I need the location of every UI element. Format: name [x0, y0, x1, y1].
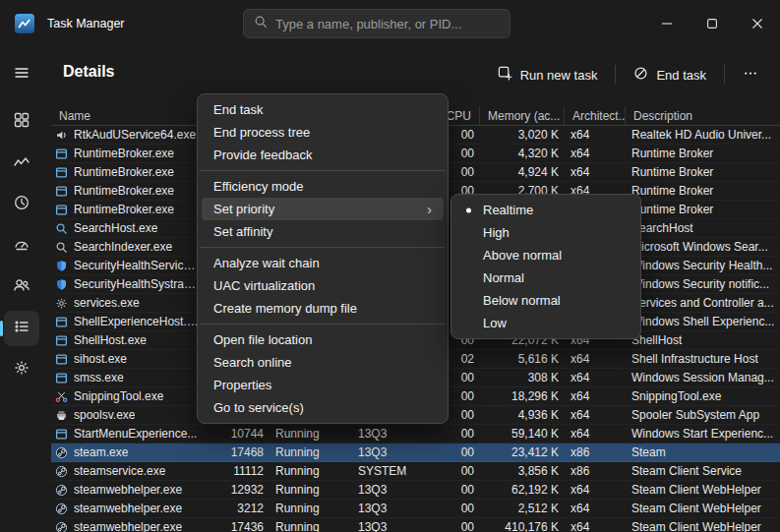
menu-item-provide-feedback[interactable]: Provide feedback	[202, 144, 444, 166]
process-status: Running	[270, 462, 352, 480]
window-controls	[644, 0, 780, 47]
process-description: Runtime Broker	[626, 182, 780, 200]
column-header-name[interactable]: Name	[51, 106, 205, 125]
process-name: SnippingTool.exe	[74, 389, 163, 403]
priority-option-normal[interactable]: Normal	[455, 266, 636, 289]
process-cpu: 02	[447, 350, 480, 368]
process-architecture: x86	[565, 443, 626, 461]
process-memory: 5,616 K	[480, 350, 565, 368]
process-description: Runtime Broker	[626, 163, 780, 181]
sidebar-item-startup-apps[interactable]	[4, 228, 39, 264]
search-input[interactable]	[275, 17, 500, 31]
audio-icon	[55, 129, 68, 142]
search-box[interactable]	[243, 9, 510, 38]
process-name: StartMenuExperience...	[74, 427, 197, 441]
menu-separator	[200, 324, 446, 325]
priority-option-high[interactable]: High	[455, 221, 636, 244]
end-task-button[interactable]: End task	[622, 60, 718, 89]
process-description: Services and Controller a...	[626, 294, 780, 312]
steam-icon	[55, 465, 68, 478]
process-name: RuntimeBroker.exe	[74, 147, 174, 160]
menu-item-search-online[interactable]: Search online	[202, 351, 444, 374]
process-description: Steam Client WebHelper	[626, 481, 780, 499]
menu-item-open-file-location[interactable]: Open file location	[202, 328, 444, 351]
process-name: steamwebhelper.exe	[74, 502, 182, 515]
menu-item-analyze-wait-chain[interactable]: Analyze wait chain	[202, 252, 444, 274]
column-header-cpu[interactable]: CPU	[447, 106, 480, 125]
process-memory: 2,512 K	[480, 500, 565, 517]
steam-icon	[55, 446, 68, 459]
menu-item-properties[interactable]: Properties	[202, 374, 444, 396]
column-header-memory-ac[interactable]: Memory (ac...	[480, 106, 565, 125]
menu-item-end-process-tree[interactable]: End process tree	[202, 121, 444, 144]
startup-apps-icon	[13, 235, 30, 257]
process-user: SYSTEM	[352, 462, 447, 480]
sidebar-item-details[interactable]	[4, 311, 39, 346]
process-name: RuntimeBroker.exe	[74, 203, 174, 216]
priority-option-realtime[interactable]: Realtime	[455, 199, 636, 221]
menu-item-set-affinity[interactable]: Set affinity	[202, 220, 444, 243]
menu-item-efficiency-mode[interactable]: Efficiency mode	[202, 175, 444, 198]
process-name: RuntimeBroker.exe	[74, 165, 174, 179]
menu-item-set-priority[interactable]: Set priority ›	[202, 198, 444, 220]
process-description: Steam Client WebHelper	[626, 500, 780, 517]
sidebar-item-users[interactable]	[4, 269, 39, 305]
priority-option-above-normal[interactable]: Above normal	[455, 244, 636, 266]
sidebar-item-services[interactable]	[4, 352, 39, 387]
process-cpu: 00	[447, 443, 480, 461]
toolbar-divider	[724, 65, 725, 85]
process-description: Steam Client WebHelper	[626, 518, 780, 532]
priority-submenu: Realtime High Above normal Normal Below …	[450, 194, 641, 339]
table-row[interactable]: steamwebhelper.exe 3212 Running 13Q3 00 …	[51, 500, 780, 518]
menu-item-go-to-service-s[interactable]: Go to service(s)	[202, 396, 444, 419]
column-header-description[interactable]: Description	[626, 106, 780, 125]
window-icon	[55, 316, 68, 328]
run-new-task-button[interactable]: Run new task	[486, 60, 610, 89]
process-name: SearchHost.exe	[74, 221, 157, 235]
process-description: Shell Infrastructure Host	[626, 350, 780, 368]
table-row[interactable]: steam.exe 17468 Running 13Q3 00 23,412 K…	[51, 443, 780, 462]
process-cpu: 00	[447, 425, 480, 443]
process-name: steamwebhelper.exe	[74, 520, 182, 532]
window-icon	[55, 166, 68, 179]
table-row[interactable]: steamservice.exe 11112 Running SYSTEM 00…	[51, 462, 780, 481]
process-description: Spooler SubSystem App	[626, 406, 780, 424]
more-options-button[interactable]	[731, 60, 770, 89]
process-description: Runtime Broker	[626, 201, 780, 218]
sidebar-item-app-history[interactable]	[4, 187, 39, 222]
priority-option-below-normal[interactable]: Below normal	[455, 289, 636, 312]
process-memory: 4,936 K	[480, 406, 565, 424]
process-pid: 17436	[205, 518, 270, 532]
process-architecture: x64	[565, 406, 626, 424]
process-memory: 23,412 K	[480, 443, 565, 461]
maximize-button[interactable]	[690, 0, 735, 47]
table-row[interactable]: StartMenuExperience... 10744 Running 13Q…	[51, 425, 780, 443]
process-name: RuntimeBroker.exe	[74, 184, 174, 198]
window-icon	[55, 372, 68, 384]
close-button[interactable]	[735, 0, 780, 47]
process-name: SecurityHealthSystray...	[74, 277, 199, 291]
process-name: steamservice.exe	[74, 464, 165, 478]
process-description: Microsoft Windows Sear...	[626, 238, 780, 256]
sidebar-item-processes[interactable]	[4, 104, 39, 140]
priority-option-low[interactable]: Low	[455, 312, 636, 334]
sidebar-item-performance[interactable]	[4, 146, 39, 181]
run-new-task-icon	[498, 66, 512, 84]
minimize-button[interactable]	[644, 0, 690, 47]
users-icon	[13, 276, 30, 298]
menu-item-end-task[interactable]: End task	[202, 98, 444, 121]
table-row[interactable]: steamwebhelper.exe 17436 Running 13Q3 00…	[51, 518, 780, 532]
process-pid: 17468	[205, 443, 270, 461]
process-description: Windows Security Health...	[626, 257, 780, 274]
window-icon	[55, 185, 68, 198]
column-header-architect[interactable]: Architect...	[565, 106, 626, 125]
titlebar: Task Manager	[0, 0, 780, 47]
process-cpu: 00	[447, 518, 480, 532]
menu-item-create-memory-dump-file[interactable]: Create memory dump file	[202, 297, 444, 320]
sidebar-item-navigation[interactable]	[4, 57, 39, 92]
table-row[interactable]: steamwebhelper.exe 12932 Running 13Q3 00…	[51, 481, 780, 500]
menu-item-uac-virtualization[interactable]: UAC virtualization	[202, 274, 444, 297]
process-status: Running	[270, 500, 352, 517]
process-name: smss.exe	[74, 371, 124, 384]
app-title: Task Manager	[47, 0, 125, 47]
